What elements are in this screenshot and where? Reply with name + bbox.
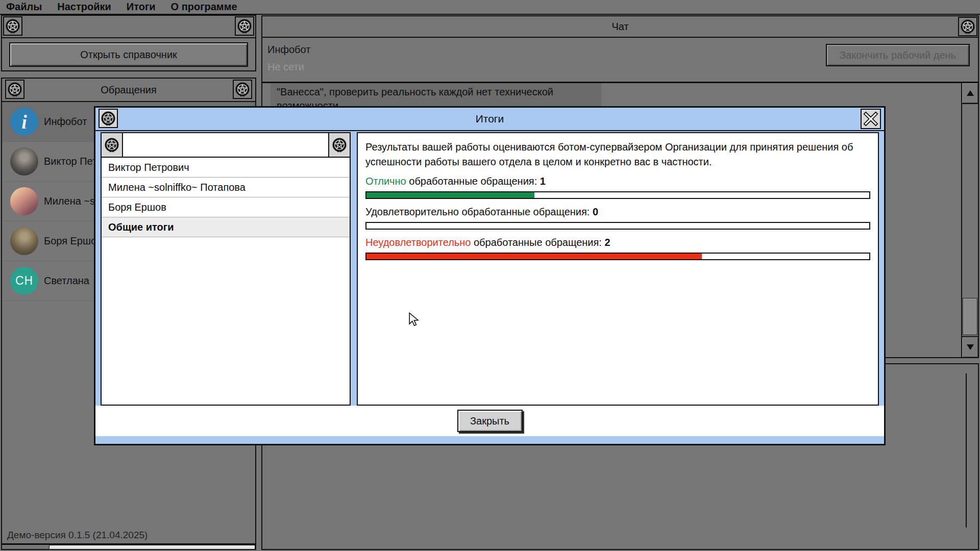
gear-icon [3,16,22,36]
stat-highlight: Неудовлетворительно [365,237,471,248]
progress-bar-satisfactory [365,222,870,230]
stat-highlight: Отлично [365,176,406,187]
menu-item-settings[interactable]: Настройки [57,0,111,14]
arrow-up-icon [967,90,974,96]
appeals-panel-title: Обращения [101,84,157,96]
avatar: i [10,108,38,136]
list-item-milena[interactable]: Милена ~solniffko~ Потапова [102,178,350,197]
contact-name: Светлана [44,275,89,287]
avatar: СН [10,267,38,295]
chat-title: Чат [611,21,628,33]
list-item-borya[interactable]: Боря Ершов [102,197,350,217]
results-dialog-footer: Закрыть [95,406,884,436]
app-window: Файлы Настройки Итоги О программе Открыт… [0,0,980,551]
search-row [102,133,350,158]
avatar [10,227,38,255]
results-summary-text: Результаты вашей работы оцениваются бото… [365,140,870,169]
app-version-label: Демо-версия 0.1.5 (21.04.2025) [7,530,148,541]
results-dialog: Итоги Виктор Петрович Милена ~solniffko~… [94,106,886,445]
divider [95,130,884,131]
stat-count: 2 [604,237,610,248]
stat-highlight: Удовлетворительно [365,206,459,217]
close-button[interactable]: Закрыть [457,410,523,432]
menu-item-results[interactable]: Итоги [127,0,156,14]
progress-fill [366,254,702,259]
stat-count: 0 [593,206,598,217]
list-item-viktor[interactable]: Виктор Петрович [102,158,350,178]
scrollbar-thumb[interactable] [963,298,977,335]
gear-icon [5,80,24,99]
close-icon[interactable] [861,109,881,129]
peer-name: Инфобот [267,44,310,56]
avatar [10,187,38,215]
menu-bar: Файлы Настройки Итоги О программе [0,0,980,14]
progress-fill [366,192,534,198]
stat-count: 1 [540,176,546,187]
menu-item-files[interactable]: Файлы [6,0,42,14]
stat-label-excellent: Отлично обработанные обращения: 1 [365,176,870,187]
gear-icon [233,80,252,99]
open-directory-button[interactable]: Открыть справочник [9,42,248,67]
chat-peer-bar: Инфобот Не сети Закончить рабочий день [262,38,978,83]
scroll-up-button[interactable] [962,83,978,104]
progress-bar-excellent [365,191,870,199]
menu-item-about[interactable]: О программе [171,0,237,14]
results-detail-pane: Результаты вашей работы оцениваются бото… [357,132,879,406]
progress-bar-unsatisfactory [365,253,870,260]
gear-icon [958,17,977,36]
arrow-down-icon [967,344,974,350]
stat-label-satisfactory: Удовлетворительно обработанные обращения… [365,206,870,218]
results-people-list: Виктор Петрович Милена ~solniffko~ Потап… [101,132,351,406]
gear-icon [235,16,254,36]
end-workday-button[interactable]: Закончить рабочий день [826,44,970,66]
chat-header: Чат [262,16,978,38]
chat-scrollbar[interactable] [961,83,978,357]
stat-label-unsatisfactory: Неудовлетворительно обработанные обращен… [365,237,870,248]
directory-panel: Открыть справочник [1,15,256,71]
appeals-panel-header: Обращения [2,79,255,102]
search-input[interactable] [123,133,328,157]
list-item-overall[interactable]: Общие итоги [102,217,350,237]
avatar [10,147,38,176]
peer-status: Не сети [267,61,304,73]
directory-panel-header [2,16,255,38]
contact-name: Боря Ершов [44,235,102,247]
gear-icon [102,133,123,157]
results-dialog-title: Итоги [95,108,884,130]
divider [966,373,967,528]
scroll-down-button[interactable] [962,336,978,357]
results-dialog-titlebar: Итоги [95,108,884,130]
contact-name: Инфобот [44,116,87,128]
gear-icon [328,133,350,157]
bottom-input-strip[interactable] [49,545,255,549]
